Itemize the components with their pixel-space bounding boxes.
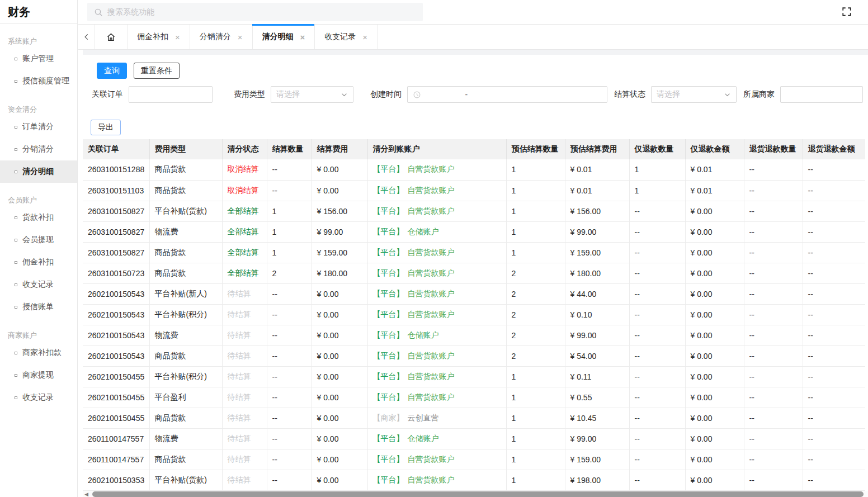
tab[interactable]: 分销清分× bbox=[190, 25, 252, 49]
merchant-input[interactable] bbox=[780, 86, 863, 103]
chevron-down-icon bbox=[341, 91, 348, 98]
sidebar-item[interactable]: 授信账单 bbox=[0, 296, 77, 318]
table-row: 2602100150543物流费待结算--¥ 0.00【平台】仓储账户2¥ 99… bbox=[83, 325, 865, 345]
sidebar-item[interactable]: 佣金补扣 bbox=[0, 251, 77, 273]
est-fee-cell: ¥ 180.00 bbox=[565, 263, 629, 283]
square-bullet-icon bbox=[15, 283, 17, 286]
settle-qty-cell: -- bbox=[267, 304, 312, 325]
global-search-input[interactable]: 搜索系统功能 bbox=[87, 3, 423, 21]
fee-type-cell: 商品货款 bbox=[149, 408, 222, 428]
column-header: 仅退款数量 bbox=[629, 139, 685, 159]
fee-type-cell: 商品货款 bbox=[149, 180, 222, 201]
account-cell: 【平台】自营货款账户 bbox=[367, 387, 506, 408]
return-qty-cell: -- bbox=[744, 159, 803, 180]
status-cell: 全部结算 bbox=[222, 242, 267, 263]
account-name: 自营货款账户 bbox=[408, 268, 455, 277]
order-cell: 2602100150543 bbox=[83, 325, 149, 345]
scrollbar-thumb[interactable] bbox=[92, 491, 864, 497]
sidebar-item[interactable]: 收支记录 bbox=[0, 273, 77, 296]
settle-qty-cell: -- bbox=[267, 449, 312, 470]
est-qty-cell: 2 bbox=[506, 263, 565, 283]
return-qty-cell: -- bbox=[744, 263, 803, 283]
sidebar-item[interactable]: 收支记录 bbox=[0, 386, 77, 409]
account-name: 自营货款账户 bbox=[408, 392, 455, 401]
settle-fee-cell: ¥ 0.00 bbox=[312, 345, 367, 366]
sidebar-group-label: 会员账户 bbox=[8, 195, 77, 205]
sidebar-item[interactable]: 清分明细 bbox=[0, 160, 77, 183]
created-time-range-picker[interactable]: - bbox=[407, 86, 607, 103]
return-qty-cell: -- bbox=[744, 283, 803, 304]
settle-fee-cell: ¥ 0.00 bbox=[312, 325, 367, 345]
sidebar-item[interactable]: 账户管理 bbox=[0, 48, 77, 70]
fee-type-cell: 商品货款 bbox=[149, 449, 222, 470]
tab[interactable]: 佣金补扣× bbox=[127, 25, 190, 49]
return-amount-cell: -- bbox=[803, 449, 865, 470]
account-tag: 【平台】 bbox=[373, 392, 404, 401]
tabs-scroll-left-icon[interactable] bbox=[78, 25, 95, 49]
return-amount-cell: -- bbox=[803, 325, 865, 345]
settle-fee-cell: ¥ 0.00 bbox=[312, 470, 367, 490]
tab-close-icon[interactable]: × bbox=[238, 33, 243, 41]
est-qty-cell: 1 bbox=[506, 242, 565, 263]
refund-qty-cell: 1 bbox=[629, 159, 685, 180]
return-qty-cell: -- bbox=[744, 201, 803, 221]
table-row: 2603100150827物流费全部结算1¥ 99.00【平台】仓储账户1¥ 9… bbox=[83, 221, 865, 242]
tab[interactable]: 收支记录× bbox=[314, 25, 378, 49]
sidebar-item[interactable]: 订单清分 bbox=[0, 116, 77, 138]
sidebar-item[interactable]: 货款补扣 bbox=[0, 206, 77, 229]
sidebar-group-label: 资金清分 bbox=[8, 105, 77, 115]
est-qty-cell: 2 bbox=[506, 325, 565, 345]
reset-filters-button[interactable]: 重置条件 bbox=[134, 63, 180, 79]
refund-amount-cell: ¥ 0.00 bbox=[685, 304, 744, 325]
fee-type-select[interactable]: 请选择 bbox=[271, 86, 353, 103]
table-row: 2602100150353平台补贴(货款)待结算--¥ 0.00【平台】自营货款… bbox=[83, 470, 865, 490]
settle-status-select[interactable]: 请选择 bbox=[651, 86, 737, 103]
return-qty-cell: -- bbox=[744, 387, 803, 408]
sidebar-item[interactable]: 商家补扣款 bbox=[0, 342, 77, 364]
tab[interactable]: 清分明细× bbox=[252, 25, 315, 49]
search-placeholder: 搜索系统功能 bbox=[107, 7, 154, 17]
related-order-input[interactable] bbox=[129, 86, 213, 103]
order-cell: 2603100150827 bbox=[83, 242, 149, 263]
tab-close-icon[interactable]: × bbox=[362, 33, 367, 41]
est-qty-cell: 1 bbox=[506, 449, 565, 470]
fee-type-label: 费用类型 bbox=[234, 89, 265, 100]
refund-qty-cell: -- bbox=[629, 470, 685, 490]
content-gap bbox=[83, 50, 868, 55]
account-tag: 【平台】 bbox=[373, 206, 404, 215]
order-cell: 2602100150455 bbox=[83, 408, 149, 428]
table-row: 2603100150827商品货款全部结算1¥ 159.00【平台】自营货款账户… bbox=[83, 242, 865, 263]
export-button[interactable]: 导出 bbox=[91, 120, 121, 135]
return-amount-cell: -- bbox=[803, 221, 865, 242]
square-bullet-icon bbox=[15, 80, 17, 83]
fee-type-cell: 平台补贴(积分) bbox=[149, 366, 222, 387]
query-button[interactable]: 查询 bbox=[97, 63, 127, 79]
chevron-down-icon bbox=[724, 91, 731, 98]
account-name: 自营货款账户 bbox=[408, 186, 455, 195]
column-header: 预估结算费用 bbox=[565, 139, 629, 159]
settle-fee-cell: ¥ 0.00 bbox=[312, 366, 367, 387]
account-name: 自营货款账户 bbox=[408, 206, 455, 215]
refund-amount-cell: ¥ 0.00 bbox=[685, 201, 744, 221]
tab-close-icon[interactable]: × bbox=[175, 33, 180, 41]
sidebar-item[interactable]: 授信额度管理 bbox=[0, 70, 77, 92]
account-tag: 【平台】 bbox=[373, 289, 404, 298]
est-fee-cell: ¥ 54.00 bbox=[565, 345, 629, 366]
fee-type-placeholder: 请选择 bbox=[276, 89, 300, 100]
horizontal-scrollbar[interactable]: ◀ bbox=[83, 491, 868, 497]
account-cell: 【平台】自营货款账户 bbox=[367, 263, 506, 283]
sidebar-item-label: 订单清分 bbox=[22, 122, 54, 132]
sidebar-item[interactable]: 会员提现 bbox=[0, 229, 77, 251]
return-amount-cell: -- bbox=[803, 387, 865, 408]
tab-close-icon[interactable]: × bbox=[300, 33, 305, 41]
range-separator: - bbox=[421, 90, 512, 99]
sidebar-item[interactable]: 分销清分 bbox=[0, 138, 77, 160]
tab-home[interactable] bbox=[95, 25, 127, 49]
sidebar-item[interactable]: 商家提现 bbox=[0, 364, 77, 386]
settle-qty-cell: 1 bbox=[267, 221, 312, 242]
refund-qty-cell: -- bbox=[629, 221, 685, 242]
account-tag: 【平台】 bbox=[373, 351, 404, 360]
scroll-left-arrow-icon[interactable]: ◀ bbox=[84, 491, 90, 497]
refund-qty-cell: -- bbox=[629, 387, 685, 408]
fullscreen-icon[interactable] bbox=[842, 7, 852, 17]
